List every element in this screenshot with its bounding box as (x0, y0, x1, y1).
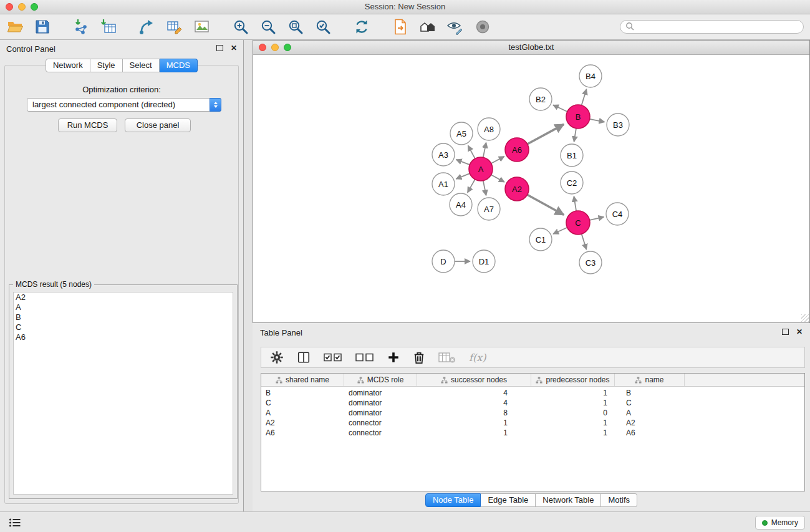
deselect-all-icon[interactable] (355, 349, 374, 366)
delete-row-icon[interactable] (413, 349, 425, 366)
mcds-result-item[interactable]: B (14, 312, 233, 322)
tab-network[interactable]: Network (46, 59, 90, 72)
svg-text:C2: C2 (567, 178, 577, 188)
graph-node-D1[interactable]: D1 (473, 250, 495, 273)
minimize-network-icon[interactable] (271, 44, 279, 51)
graph-node-B1[interactable]: B1 (561, 144, 583, 167)
graph-node-C4[interactable]: C4 (606, 203, 629, 225)
graph-node-B[interactable]: B (566, 105, 590, 128)
criterion-dropdown[interactable]: largest connected component (directed) (27, 98, 221, 112)
table-row[interactable]: A2connector11A2 (261, 418, 804, 428)
save-session-icon[interactable] (32, 17, 52, 37)
minimize-window-icon[interactable] (18, 3, 26, 11)
graph-node-C3[interactable]: C3 (579, 251, 602, 274)
eye-icon[interactable] (473, 17, 493, 37)
column-header-name[interactable]: name (615, 374, 685, 386)
tab-motifs[interactable]: Motifs (601, 493, 637, 507)
graph-node-B3[interactable]: B3 (607, 114, 629, 136)
graph-edge-B-B1 (574, 128, 576, 142)
delete-column-icon[interactable] (438, 349, 456, 366)
close-network-icon[interactable] (259, 44, 266, 51)
graph-node-B4[interactable]: B4 (579, 65, 602, 87)
network-canvas[interactable]: B4B2BB3A8A5A6B1A3AC2A1A2A4A7C4CC1DD1C3 (253, 55, 809, 322)
close-window-icon[interactable] (6, 3, 13, 11)
search-box[interactable] (620, 20, 804, 34)
graph-edge-B-B3 (590, 119, 605, 122)
graph-node-A5[interactable]: A5 (450, 122, 473, 145)
table-cell: 1 (531, 428, 615, 437)
table-row[interactable]: Bdominator41B (261, 388, 804, 398)
graph-node-A2[interactable]: A2 (505, 177, 529, 201)
memory-button[interactable]: Memory (755, 516, 805, 530)
column-header-MCDS-role[interactable]: MCDS role (344, 374, 417, 386)
zoom-selected-icon[interactable] (313, 17, 333, 37)
zoom-window-icon[interactable] (31, 3, 38, 11)
search-input[interactable] (637, 22, 796, 32)
graph-node-C1[interactable]: C1 (529, 228, 552, 251)
import-table-icon[interactable] (99, 17, 118, 37)
dropdown-stepper-icon[interactable] (210, 98, 221, 112)
graph-edge-C-C2 (574, 196, 576, 211)
import-network-icon[interactable] (71, 17, 91, 37)
tab-style[interactable]: Style (90, 59, 123, 72)
graph-node-A6[interactable]: A6 (505, 138, 529, 162)
svg-text:B3: B3 (613, 120, 623, 130)
fx-icon[interactable]: f(x) (469, 349, 486, 366)
table-row[interactable]: Cdominator41C (261, 398, 804, 408)
mcds-result-item[interactable]: A6 (14, 332, 233, 342)
graph-node-B2[interactable]: B2 (529, 88, 552, 110)
svg-text:B2: B2 (536, 95, 546, 104)
add-row-icon[interactable] (387, 349, 400, 366)
zoom-in-icon[interactable] (231, 17, 251, 37)
graph-node-A3[interactable]: A3 (432, 143, 455, 166)
float-table-panel-icon[interactable] (782, 329, 789, 335)
split-columns-icon[interactable] (297, 349, 311, 366)
graph-node-A4[interactable]: A4 (450, 193, 472, 216)
mcds-result-item[interactable]: A (14, 302, 233, 312)
edit-table-icon[interactable] (165, 17, 185, 37)
table-row[interactable]: A6connector11A6 (261, 428, 804, 438)
session-doc-icon[interactable] (390, 17, 410, 37)
refresh-icon[interactable] (352, 17, 372, 37)
svg-text:C: C (575, 218, 581, 228)
tab-mcds[interactable]: MCDS (160, 59, 198, 72)
network-transform-icon[interactable] (137, 17, 157, 37)
open-session-icon[interactable] (5, 17, 25, 37)
tab-select[interactable]: Select (123, 59, 160, 72)
graph-node-C[interactable]: C (566, 211, 590, 235)
home-pair-icon[interactable] (418, 17, 438, 37)
mcds-result-item[interactable]: A2 (14, 293, 233, 302)
table-panel-tabs: Node TableEdge TableNetwork TableMotifs (253, 493, 810, 507)
graph-node-A7[interactable]: A7 (478, 198, 500, 220)
run-mcds-button[interactable]: Run MCDS (58, 118, 117, 132)
zoom-network-icon[interactable] (284, 44, 291, 51)
tab-edge-table[interactable]: Edge Table (481, 493, 536, 507)
export-image-icon[interactable] (192, 17, 212, 37)
task-history-icon[interactable] (7, 517, 22, 528)
close-table-panel-icon[interactable]: ✕ (796, 328, 803, 336)
close-panel-button[interactable]: Close panel (125, 118, 191, 132)
zoom-out-icon[interactable] (258, 17, 278, 37)
tab-network-table[interactable]: Network Table (536, 493, 601, 507)
resize-grip[interactable] (801, 314, 809, 322)
graph-node-A8[interactable]: A8 (478, 118, 500, 140)
graph-node-D[interactable]: D (432, 250, 455, 273)
eye-edit-icon[interactable] (445, 17, 465, 37)
zoom-fit-icon[interactable] (286, 17, 306, 37)
svg-text:A5: A5 (456, 129, 466, 138)
titlebar: Session: New Session (0, 0, 810, 14)
column-header-shared-name[interactable]: shared name (261, 374, 344, 386)
column-header-successor-nodes[interactable]: successor nodes (417, 374, 531, 386)
graph-node-A1[interactable]: A1 (432, 173, 455, 195)
close-panel-icon[interactable]: ✕ (231, 44, 237, 52)
column-header-predecessor-nodes[interactable]: predecessor nodes (531, 374, 615, 386)
tab-node-table[interactable]: Node Table (425, 493, 481, 507)
graph-node-C2[interactable]: C2 (561, 172, 583, 194)
gear-icon[interactable] (270, 349, 284, 366)
table-row[interactable]: Adominator80A (261, 408, 804, 418)
mcds-result-item[interactable]: C (14, 322, 233, 332)
float-panel-icon[interactable] (216, 45, 223, 51)
graph-node-A[interactable]: A (469, 157, 493, 181)
table-cell: 8 (417, 409, 531, 417)
select-all-icon[interactable] (324, 349, 342, 366)
